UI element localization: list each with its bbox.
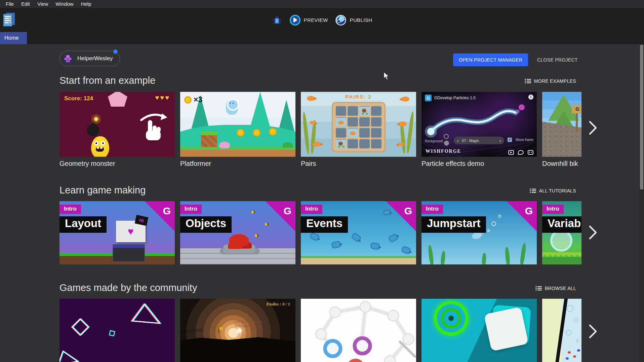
fish xyxy=(313,142,321,147)
slime-enemy xyxy=(219,142,230,148)
tutorials-scroll-right-button[interactable] xyxy=(585,225,601,240)
glowing-orb xyxy=(237,328,242,333)
jumpstart-tutorial-thumbnail: G Intro Jumpstart xyxy=(421,201,537,264)
fish xyxy=(401,97,409,102)
tutorial-card-events[interactable]: G Intro Events xyxy=(301,201,416,264)
bubble xyxy=(566,305,574,312)
community-card-3[interactable] xyxy=(301,299,416,362)
example-card-particle-effects[interactable]: G GDevelop Particles 1.0 i Background ‹ … xyxy=(421,92,537,168)
preview-button[interactable]: PREVIEW xyxy=(289,14,328,26)
open-project-manager-button[interactable]: OPEN PROJECT MANAGER xyxy=(453,53,528,66)
player-character xyxy=(226,99,238,115)
vertical-scrollbar xyxy=(639,44,644,362)
menu-view[interactable]: View xyxy=(34,0,52,8)
examples-section-title: Start from an example xyxy=(59,75,155,86)
community-card-2[interactable]: Étoiles : 0 / 1 Tuer les monstres en leu… xyxy=(180,299,295,362)
community-card-1[interactable] xyxy=(59,299,175,362)
layout-tutorial-thumbnail: G Intro Layout ♥ Hi xyxy=(59,201,175,264)
teal-game-thumbnail xyxy=(421,299,537,362)
bomb-shape xyxy=(87,124,99,136)
debug-icon[interactable] xyxy=(272,15,282,25)
preview-play-icon xyxy=(289,14,301,26)
browse-all-label: BROWSE ALL xyxy=(545,286,576,291)
example-card-geometry-monster[interactable]: Score: 124 ♥♥♥ xyxy=(59,92,175,168)
tab-home[interactable]: Home xyxy=(0,32,27,44)
seaweed xyxy=(505,247,510,264)
fish xyxy=(399,121,407,126)
hint-text: Tuer les monstres en leur sautant dessus xyxy=(234,320,262,328)
flag xyxy=(219,327,223,330)
twitter-icon xyxy=(518,150,524,155)
tutorial-card-jumpstart[interactable]: G Intro Jumpstart xyxy=(421,201,537,264)
scrollbar-thumb[interactable] xyxy=(640,45,643,189)
community-card-5[interactable] xyxy=(542,299,581,362)
intro-badge: Intro xyxy=(59,205,81,214)
pixel-fish xyxy=(388,233,399,243)
more-examples-button[interactable]: MORE EXAMPLES xyxy=(524,78,576,84)
gdevelop-logo-icon: G xyxy=(163,205,171,217)
avatar xyxy=(62,53,74,64)
fish xyxy=(307,96,315,101)
menu-window[interactable]: Window xyxy=(52,0,77,8)
example-card-label: Platformer xyxy=(180,160,295,168)
intro-badge: Intro xyxy=(421,205,443,214)
seaweed xyxy=(302,112,310,154)
seaweed xyxy=(482,253,487,264)
all-tutorials-button[interactable]: ALL TUTORIALS xyxy=(529,188,576,193)
community-row: Étoiles : 0 / 1 Tuer les monstres en leu… xyxy=(59,299,581,362)
publish-button[interactable]: PUBLISH xyxy=(335,14,372,26)
user-profile-chip[interactable]: HelperWesley xyxy=(59,51,120,66)
menu-file[interactable]: File xyxy=(2,0,17,8)
red-goo xyxy=(229,234,249,246)
tutorial-title: Objects xyxy=(180,216,232,233)
variables-tutorial-thumbnail: G Intro Variab +1 xyxy=(542,201,581,264)
swipe-hand-icon xyxy=(138,111,169,142)
particle-trail xyxy=(421,92,537,157)
example-card-platformer[interactable]: ×3 Platformer xyxy=(180,92,295,168)
home-page: HelperWesley OPEN PROJECT MANAGER CLOSE … xyxy=(0,44,644,362)
community-scroll-right-button[interactable] xyxy=(585,324,601,339)
tutorial-card-variables[interactable]: G Intro Variab +1 xyxy=(542,201,581,264)
browse-all-button[interactable]: BROWSE ALL xyxy=(535,286,576,291)
intro-badge: Intro xyxy=(180,205,202,214)
preview-label: PREVIEW xyxy=(304,17,328,23)
neon-game-thumbnail xyxy=(59,299,175,362)
pixel-fish xyxy=(370,242,380,250)
goal-sign: G xyxy=(572,105,581,113)
username: HelperWesley xyxy=(77,55,113,62)
menu-help[interactable]: Help xyxy=(77,0,95,8)
platform-block xyxy=(201,132,217,147)
pairs-score-text: PAIRS: 2 xyxy=(301,94,416,100)
close-project-button[interactable]: CLOSE PROJECT xyxy=(537,53,578,66)
bee xyxy=(251,211,255,214)
neon-shapes xyxy=(59,299,175,362)
example-card-pairs[interactable]: PAIRS: 2 xyxy=(301,92,416,168)
tutorial-card-layout[interactable]: G Intro Layout ♥ Hi xyxy=(59,201,175,264)
pairs-thumbnail: PAIRS: 2 xyxy=(301,92,416,157)
publish-globe-icon xyxy=(335,14,347,26)
bush-shape xyxy=(283,142,293,148)
background-label: Background xyxy=(425,139,443,143)
downhill-thumbnail: G xyxy=(542,92,581,157)
pixel-fish xyxy=(401,246,411,254)
all-tutorials-label: ALL TUTORIALS xyxy=(539,188,576,193)
score-text: Score: 124 xyxy=(64,95,93,102)
tutorial-title: Layout xyxy=(59,216,107,233)
seaweed xyxy=(406,111,414,153)
examples-scroll-right-button[interactable] xyxy=(585,120,601,136)
tutorial-card-objects[interactable]: G Intro Objects xyxy=(180,201,295,264)
example-card-downhill-bike[interactable]: G Downhill bik xyxy=(542,92,581,168)
red-fish xyxy=(573,355,576,358)
gdevelop-window: File Edit View Window Help xyxy=(0,0,644,362)
fish xyxy=(310,121,316,124)
list-icon xyxy=(524,78,531,84)
next-arrow: › xyxy=(496,138,504,143)
menu-edit[interactable]: Edit xyxy=(17,0,34,8)
social-icons xyxy=(508,150,533,155)
coin-counter: ×3 xyxy=(184,95,202,104)
tab-strip: Home xyxy=(0,32,644,44)
tutorials-section-title: Learn game making xyxy=(59,185,146,196)
hex-network xyxy=(301,299,416,362)
community-card-4[interactable] xyxy=(421,299,537,362)
menu-bar: File Edit View Window Help xyxy=(0,0,644,8)
